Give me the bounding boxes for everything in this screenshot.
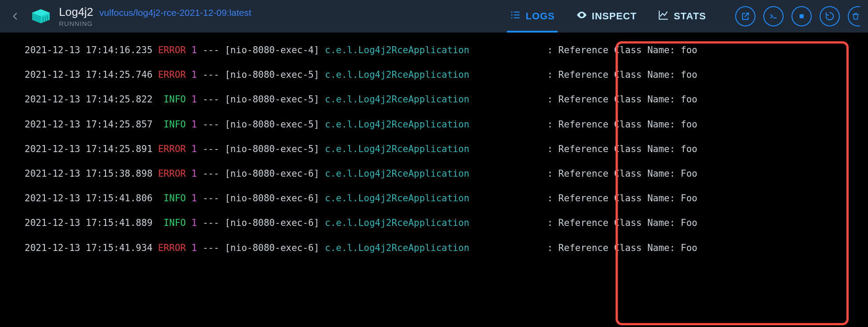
log-output[interactable]: 2021-12-13 17:14:16.235 ERROR 1 --- [nio… bbox=[0, 33, 868, 327]
cli-button[interactable] bbox=[763, 6, 784, 26]
log-timestamp: 2021-12-13 17:14:25.857 bbox=[25, 119, 153, 130]
tab-inspect[interactable]: INSPECT bbox=[576, 0, 637, 33]
log-level: ERROR bbox=[158, 45, 186, 56]
log-timestamp: 2021-12-13 17:15:41.934 bbox=[25, 243, 153, 254]
log-level: ERROR bbox=[158, 69, 186, 80]
svg-rect-14 bbox=[799, 14, 803, 18]
log-pid: 1 bbox=[191, 94, 197, 105]
log-logger: c.e.l.Log4j2RceApplication bbox=[325, 45, 470, 56]
log-line: 2021-12-13 17:14:25.746 ERROR 1 --- [nio… bbox=[25, 69, 868, 80]
logs-icon bbox=[510, 9, 521, 23]
log-thread: [nio-8080-exec-5] bbox=[225, 119, 319, 130]
log-logger: c.e.l.Log4j2RceApplication bbox=[325, 218, 470, 229]
eye-icon bbox=[576, 9, 587, 23]
log-line: 2021-12-13 17:14:25.857 INFO 1 --- [nio-… bbox=[25, 119, 868, 130]
log-logger: c.e.l.Log4j2RceApplication bbox=[325, 94, 470, 105]
log-pid: 1 bbox=[191, 168, 197, 179]
log-pid: 1 bbox=[191, 119, 197, 130]
log-level: INFO bbox=[158, 218, 186, 229]
log-line: 2021-12-13 17:14:16.235 ERROR 1 --- [nio… bbox=[25, 45, 868, 56]
log-message: Reference Class Name: Foo bbox=[558, 168, 697, 179]
log-pid: 1 bbox=[191, 193, 197, 204]
log-level: ERROR bbox=[158, 144, 186, 155]
log-timestamp: 2021-12-13 17:14:16.235 bbox=[25, 45, 153, 56]
log-logger: c.e.l.Log4j2RceApplication bbox=[325, 168, 470, 179]
restart-button[interactable] bbox=[820, 6, 840, 26]
log-message: Reference Class Name: foo bbox=[558, 119, 697, 130]
log-timestamp: 2021-12-13 17:15:41.889 bbox=[25, 218, 153, 229]
log-message: Reference Class Name: foo bbox=[558, 45, 697, 56]
tab-stats[interactable]: STATS bbox=[658, 0, 706, 33]
log-logger: c.e.l.Log4j2RceApplication bbox=[325, 193, 470, 204]
log-timestamp: 2021-12-13 17:14:25.746 bbox=[25, 69, 153, 80]
log-thread: [nio-8080-exec-6] bbox=[225, 168, 319, 179]
log-thread: [nio-8080-exec-6] bbox=[225, 218, 319, 229]
container-icon bbox=[31, 9, 51, 24]
log-message: Reference Class Name: foo bbox=[558, 94, 697, 105]
delete-button[interactable] bbox=[848, 6, 860, 26]
log-thread: [nio-8080-exec-4] bbox=[225, 45, 319, 56]
log-level: INFO bbox=[158, 193, 186, 204]
log-message: Reference Class Name: foo bbox=[558, 69, 697, 80]
log-logger: c.e.l.Log4j2RceApplication bbox=[325, 69, 470, 80]
log-thread: [nio-8080-exec-6] bbox=[225, 243, 319, 254]
log-message: Reference Class Name: foo bbox=[558, 144, 697, 155]
log-line: 2021-12-13 17:15:41.806 INFO 1 --- [nio-… bbox=[25, 193, 868, 204]
container-title: Log4j2 bbox=[59, 5, 93, 19]
action-button-group bbox=[735, 6, 860, 26]
log-pid: 1 bbox=[191, 45, 197, 56]
log-level: INFO bbox=[158, 94, 186, 105]
log-line: 2021-12-13 17:14:25.891 ERROR 1 --- [nio… bbox=[25, 144, 868, 155]
log-thread: [nio-8080-exec-6] bbox=[225, 193, 319, 204]
log-level: ERROR bbox=[158, 243, 186, 254]
log-timestamp: 2021-12-13 17:15:38.898 bbox=[25, 168, 153, 179]
log-pid: 1 bbox=[191, 218, 197, 229]
log-thread: [nio-8080-exec-5] bbox=[225, 144, 319, 155]
log-thread: [nio-8080-exec-5] bbox=[225, 94, 319, 105]
title-block: Log4j2 vulfocus/log4j2-rce-2021-12-09:la… bbox=[59, 5, 252, 27]
tab-logs-label: LOGS bbox=[525, 11, 554, 22]
log-pid: 1 bbox=[191, 243, 197, 254]
log-line: 2021-12-13 17:15:38.898 ERROR 1 --- [nio… bbox=[25, 168, 868, 179]
log-message: Reference Class Name: Foo bbox=[558, 218, 697, 229]
log-line: 2021-12-13 17:14:25.822 INFO 1 --- [nio-… bbox=[25, 94, 868, 105]
svg-point-12 bbox=[581, 14, 583, 16]
log-pid: 1 bbox=[191, 144, 197, 155]
log-thread: [nio-8080-exec-5] bbox=[225, 69, 319, 80]
log-message: Reference Class Name: Foo bbox=[558, 193, 697, 204]
tab-stats-label: STATS bbox=[674, 11, 706, 22]
tab-inspect-label: INSPECT bbox=[592, 11, 637, 22]
image-reference[interactable]: vulfocus/log4j2-rce-2021-12-09:latest bbox=[99, 7, 252, 18]
back-button[interactable] bbox=[8, 9, 23, 24]
log-level: ERROR bbox=[158, 168, 186, 179]
stats-icon bbox=[658, 9, 669, 23]
log-line: 2021-12-13 17:15:41.934 ERROR 1 --- [nio… bbox=[25, 243, 868, 254]
log-logger: c.e.l.Log4j2RceApplication bbox=[325, 144, 470, 155]
log-timestamp: 2021-12-13 17:14:25.822 bbox=[25, 94, 153, 105]
log-logger: c.e.l.Log4j2RceApplication bbox=[325, 119, 470, 130]
header-bar: Log4j2 vulfocus/log4j2-rce-2021-12-09:la… bbox=[0, 0, 868, 33]
log-timestamp: 2021-12-13 17:14:25.891 bbox=[25, 144, 153, 155]
log-timestamp: 2021-12-13 17:15:41.806 bbox=[25, 193, 153, 204]
log-level: INFO bbox=[158, 119, 186, 130]
tab-logs[interactable]: LOGS bbox=[510, 0, 554, 33]
log-line: 2021-12-13 17:15:41.889 INFO 1 --- [nio-… bbox=[25, 218, 868, 229]
container-status: RUNNING bbox=[59, 20, 252, 27]
log-pid: 1 bbox=[191, 69, 197, 80]
log-message: Reference Class Name: Foo bbox=[558, 243, 697, 254]
stop-button[interactable] bbox=[791, 6, 812, 26]
open-in-browser-button[interactable] bbox=[735, 6, 755, 26]
log-logger: c.e.l.Log4j2RceApplication bbox=[325, 243, 470, 254]
tab-bar: LOGS INSPECT STATS bbox=[510, 0, 706, 33]
